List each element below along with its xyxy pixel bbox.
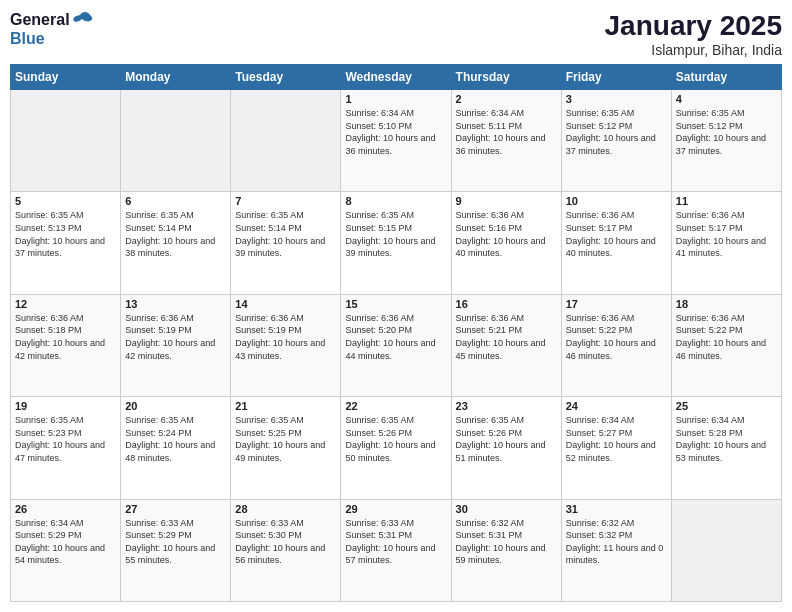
calendar-day-cell: 15Sunrise: 6:36 AMSunset: 5:20 PMDayligh… [341, 294, 451, 396]
weekday-header: Thursday [451, 65, 561, 90]
day-info: Sunrise: 6:35 AMSunset: 5:14 PMDaylight:… [235, 209, 336, 259]
calendar-day-cell: 23Sunrise: 6:35 AMSunset: 5:26 PMDayligh… [451, 397, 561, 499]
day-info: Sunrise: 6:35 AMSunset: 5:13 PMDaylight:… [15, 209, 116, 259]
day-number: 16 [456, 298, 557, 310]
calendar-day-cell: 22Sunrise: 6:35 AMSunset: 5:26 PMDayligh… [341, 397, 451, 499]
calendar-week-row: 19Sunrise: 6:35 AMSunset: 5:23 PMDayligh… [11, 397, 782, 499]
day-number: 5 [15, 195, 116, 207]
weekday-header: Wednesday [341, 65, 451, 90]
day-info: Sunrise: 6:36 AMSunset: 5:22 PMDaylight:… [566, 312, 667, 362]
month-title: January 2025 [605, 10, 782, 42]
day-info: Sunrise: 6:32 AMSunset: 5:32 PMDaylight:… [566, 517, 667, 567]
day-number: 31 [566, 503, 667, 515]
calendar-day-cell: 13Sunrise: 6:36 AMSunset: 5:19 PMDayligh… [121, 294, 231, 396]
calendar-day-cell: 14Sunrise: 6:36 AMSunset: 5:19 PMDayligh… [231, 294, 341, 396]
calendar-day-cell: 7Sunrise: 6:35 AMSunset: 5:14 PMDaylight… [231, 192, 341, 294]
calendar-day-cell: 28Sunrise: 6:33 AMSunset: 5:30 PMDayligh… [231, 499, 341, 601]
calendar-week-row: 12Sunrise: 6:36 AMSunset: 5:18 PMDayligh… [11, 294, 782, 396]
day-info: Sunrise: 6:36 AMSunset: 5:18 PMDaylight:… [15, 312, 116, 362]
weekday-header: Tuesday [231, 65, 341, 90]
calendar-day-cell [11, 90, 121, 192]
calendar-day-cell: 10Sunrise: 6:36 AMSunset: 5:17 PMDayligh… [561, 192, 671, 294]
logo-bird-icon [72, 11, 94, 29]
day-number: 1 [345, 93, 446, 105]
calendar-day-cell: 12Sunrise: 6:36 AMSunset: 5:18 PMDayligh… [11, 294, 121, 396]
day-number: 23 [456, 400, 557, 412]
calendar-table: SundayMondayTuesdayWednesdayThursdayFrid… [10, 64, 782, 602]
day-info: Sunrise: 6:36 AMSunset: 5:20 PMDaylight:… [345, 312, 446, 362]
day-info: Sunrise: 6:35 AMSunset: 5:23 PMDaylight:… [15, 414, 116, 464]
day-info: Sunrise: 6:35 AMSunset: 5:24 PMDaylight:… [125, 414, 226, 464]
day-info: Sunrise: 6:34 AMSunset: 5:29 PMDaylight:… [15, 517, 116, 567]
day-number: 15 [345, 298, 446, 310]
day-number: 28 [235, 503, 336, 515]
day-info: Sunrise: 6:33 AMSunset: 5:30 PMDaylight:… [235, 517, 336, 567]
title-block: January 2025 Islampur, Bihar, India [605, 10, 782, 58]
day-number: 8 [345, 195, 446, 207]
calendar-day-cell: 3Sunrise: 6:35 AMSunset: 5:12 PMDaylight… [561, 90, 671, 192]
calendar-day-cell [671, 499, 781, 601]
calendar-day-cell: 17Sunrise: 6:36 AMSunset: 5:22 PMDayligh… [561, 294, 671, 396]
calendar-day-cell: 21Sunrise: 6:35 AMSunset: 5:25 PMDayligh… [231, 397, 341, 499]
day-number: 21 [235, 400, 336, 412]
day-number: 17 [566, 298, 667, 310]
day-info: Sunrise: 6:36 AMSunset: 5:17 PMDaylight:… [676, 209, 777, 259]
calendar-day-cell: 19Sunrise: 6:35 AMSunset: 5:23 PMDayligh… [11, 397, 121, 499]
day-number: 27 [125, 503, 226, 515]
day-info: Sunrise: 6:36 AMSunset: 5:17 PMDaylight:… [566, 209, 667, 259]
calendar-week-row: 1Sunrise: 6:34 AMSunset: 5:10 PMDaylight… [11, 90, 782, 192]
calendar-day-cell: 25Sunrise: 6:34 AMSunset: 5:28 PMDayligh… [671, 397, 781, 499]
calendar-day-cell: 16Sunrise: 6:36 AMSunset: 5:21 PMDayligh… [451, 294, 561, 396]
day-number: 2 [456, 93, 557, 105]
day-info: Sunrise: 6:34 AMSunset: 5:11 PMDaylight:… [456, 107, 557, 157]
calendar-day-cell: 11Sunrise: 6:36 AMSunset: 5:17 PMDayligh… [671, 192, 781, 294]
day-info: Sunrise: 6:35 AMSunset: 5:26 PMDaylight:… [345, 414, 446, 464]
day-info: Sunrise: 6:33 AMSunset: 5:31 PMDaylight:… [345, 517, 446, 567]
day-info: Sunrise: 6:33 AMSunset: 5:29 PMDaylight:… [125, 517, 226, 567]
header: General Blue January 2025 Islampur, Biha… [10, 10, 782, 58]
logo-text: General Blue [10, 10, 94, 48]
day-info: Sunrise: 6:35 AMSunset: 5:26 PMDaylight:… [456, 414, 557, 464]
logo: General Blue [10, 10, 94, 48]
weekday-header: Friday [561, 65, 671, 90]
calendar-day-cell: 20Sunrise: 6:35 AMSunset: 5:24 PMDayligh… [121, 397, 231, 499]
day-info: Sunrise: 6:36 AMSunset: 5:21 PMDaylight:… [456, 312, 557, 362]
day-number: 3 [566, 93, 667, 105]
day-number: 12 [15, 298, 116, 310]
calendar-day-cell: 8Sunrise: 6:35 AMSunset: 5:15 PMDaylight… [341, 192, 451, 294]
calendar-day-cell: 27Sunrise: 6:33 AMSunset: 5:29 PMDayligh… [121, 499, 231, 601]
day-number: 30 [456, 503, 557, 515]
logo-blue: Blue [10, 29, 94, 48]
day-number: 13 [125, 298, 226, 310]
day-info: Sunrise: 6:35 AMSunset: 5:12 PMDaylight:… [676, 107, 777, 157]
weekday-header: Monday [121, 65, 231, 90]
day-number: 29 [345, 503, 446, 515]
calendar-day-cell: 6Sunrise: 6:35 AMSunset: 5:14 PMDaylight… [121, 192, 231, 294]
logo-general: General [10, 10, 70, 29]
location: Islampur, Bihar, India [605, 42, 782, 58]
weekday-header: Saturday [671, 65, 781, 90]
calendar-week-row: 26Sunrise: 6:34 AMSunset: 5:29 PMDayligh… [11, 499, 782, 601]
day-number: 6 [125, 195, 226, 207]
calendar-day-cell: 1Sunrise: 6:34 AMSunset: 5:10 PMDaylight… [341, 90, 451, 192]
calendar-header-row: SundayMondayTuesdayWednesdayThursdayFrid… [11, 65, 782, 90]
weekday-header: Sunday [11, 65, 121, 90]
day-number: 9 [456, 195, 557, 207]
day-info: Sunrise: 6:35 AMSunset: 5:14 PMDaylight:… [125, 209, 226, 259]
day-number: 22 [345, 400, 446, 412]
calendar-day-cell: 26Sunrise: 6:34 AMSunset: 5:29 PMDayligh… [11, 499, 121, 601]
day-number: 10 [566, 195, 667, 207]
day-info: Sunrise: 6:35 AMSunset: 5:25 PMDaylight:… [235, 414, 336, 464]
day-info: Sunrise: 6:34 AMSunset: 5:28 PMDaylight:… [676, 414, 777, 464]
day-number: 19 [15, 400, 116, 412]
day-number: 14 [235, 298, 336, 310]
day-info: Sunrise: 6:35 AMSunset: 5:12 PMDaylight:… [566, 107, 667, 157]
day-info: Sunrise: 6:32 AMSunset: 5:31 PMDaylight:… [456, 517, 557, 567]
day-info: Sunrise: 6:36 AMSunset: 5:22 PMDaylight:… [676, 312, 777, 362]
calendar-day-cell [231, 90, 341, 192]
calendar-day-cell: 4Sunrise: 6:35 AMSunset: 5:12 PMDaylight… [671, 90, 781, 192]
calendar-day-cell: 24Sunrise: 6:34 AMSunset: 5:27 PMDayligh… [561, 397, 671, 499]
day-number: 18 [676, 298, 777, 310]
day-number: 11 [676, 195, 777, 207]
day-info: Sunrise: 6:36 AMSunset: 5:19 PMDaylight:… [125, 312, 226, 362]
